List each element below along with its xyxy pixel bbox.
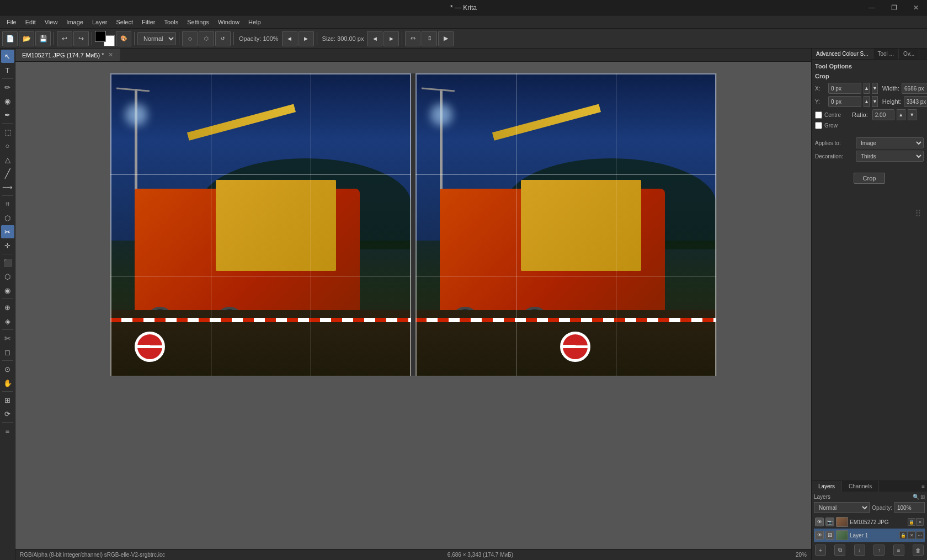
tool-smart-patch[interactable]: ◻ [1,345,14,359]
tool-move[interactable]: ✛ [1,239,14,252]
layer-opacity-input[interactable] [894,502,925,513]
layer-action-delete-1[interactable]: ✕ [908,531,915,539]
window-controls[interactable]: — ❐ ✕ [861,0,927,15]
tool-assistant[interactable]: ⊞ [1,393,14,407]
tool-eyedropper[interactable]: ✄ [1,332,14,345]
mirror-h-button[interactable]: ⇔ [405,31,420,46]
layer-action-more-1[interactable]: ⋯ [916,531,924,539]
tab-overview[interactable]: Ov... [899,49,919,59]
y-input[interactable] [828,96,861,107]
tab-close-button[interactable]: ✕ [108,51,113,58]
opacity-down-button[interactable]: ◀ [282,31,297,46]
tool-fill[interactable]: ⊕ [1,301,14,314]
menu-image[interactable]: Image [62,18,88,26]
menu-edit[interactable]: Edit [21,18,40,26]
tool-ellipse[interactable]: ○ [1,139,14,152]
play-button[interactable]: ▶ [438,31,454,46]
new-button[interactable]: 📄 [2,31,18,46]
tab-tool-options[interactable]: Tool ... [873,49,899,59]
resize-handle[interactable]: ⠿ [915,209,921,219]
foreground-color-box[interactable] [95,31,106,42]
menu-tools[interactable]: Tools [160,18,183,26]
layer-item-0[interactable]: 👁 📷 EM105272.JPG 🔒 ✕ [814,515,925,529]
decoration-select[interactable]: Thirds [856,151,924,162]
reset-button[interactable]: ↺ [215,31,231,46]
layer-item-1[interactable]: 👁 🖼 Layer 1 🔒 ✕ ⋯ [814,529,925,542]
layer-eye-0[interactable]: 👁 [815,518,824,526]
centre-checkbox[interactable] [815,111,822,119]
tool-bezier[interactable]: ⟿ [1,180,14,194]
y-spin-down[interactable]: ▼ [872,96,878,107]
layer-action-lock-1[interactable]: 🔒 [899,531,907,539]
mirror-v-button[interactable]: ⇕ [422,31,437,46]
tool-zoom[interactable]: ⊙ [1,362,14,376]
tab-advanced-colour[interactable]: Advanced Colour S... [812,49,873,59]
blend-mode-select[interactable]: Normal [137,32,176,45]
menu-view[interactable]: View [40,18,62,26]
layers-filter-icon[interactable]: ⊞ [920,494,925,500]
copy-layer-button[interactable]: ⧉ [834,545,845,556]
tool-path[interactable]: ✒ [1,108,14,121]
layer-blend-select[interactable]: Normal [814,502,870,513]
layers-search-icon[interactable]: 🔍 [913,494,919,500]
erase-button[interactable]: ◇ [182,31,198,46]
preserve-alpha-button[interactable]: ⬡ [199,31,214,46]
minimize-button[interactable]: — [861,0,883,15]
menu-settings[interactable]: Settings [183,18,214,26]
tool-measure[interactable]: ⟳ [1,407,14,420]
tool-freehand[interactable]: ✏ [1,81,14,94]
ratio-spin-down[interactable]: ▼ [908,109,917,120]
opacity-up-button[interactable]: ▶ [299,31,314,46]
crop-button[interactable]: Crop [854,173,886,184]
ratio-input[interactable] [872,109,894,120]
menu-help[interactable]: Help [244,18,265,26]
size-up-button[interactable]: ▶ [383,31,399,46]
tool-gradient[interactable]: ◈ [1,314,14,328]
tool-select[interactable]: ↖ [1,50,14,63]
channels-tab[interactable]: Channels [842,481,879,492]
x-spin-up[interactable]: ▲ [864,83,870,94]
maximize-button[interactable]: ❐ [883,0,905,15]
add-layer-button[interactable]: + [815,545,826,556]
move-layer-up-button[interactable]: ↑ [873,545,885,556]
x-spin-down[interactable]: ▼ [872,83,878,94]
menu-select[interactable]: Select [111,18,137,26]
tool-transform[interactable]: ⌗ [1,198,14,211]
redo-button[interactable]: ↪ [73,31,89,46]
tool-select-rect[interactable]: ⬛ [1,256,14,269]
menu-layer[interactable]: Layer [88,18,112,26]
layers-menu-button[interactable]: ≡ [893,545,904,556]
tool-crop[interactable]: ✂ [1,225,14,238]
close-button[interactable]: ✕ [905,0,927,15]
layers-tab-menu[interactable]: ≡ [921,483,925,489]
layers-tab[interactable]: Layers [812,481,842,492]
y-spin-up[interactable]: ▲ [864,96,870,107]
delete-layer-button[interactable]: 🗑 [913,545,924,556]
menu-filter[interactable]: Filter [137,18,159,26]
tool-contiguous-select[interactable]: ◉ [1,284,14,297]
tool-rect[interactable]: ⬚ [1,125,14,138]
layer-action-delete-0[interactable]: ✕ [916,518,924,526]
layer-action-lock-0[interactable]: 🔒 [908,518,915,526]
grow-checkbox[interactable] [815,122,822,129]
tool-warp[interactable]: ⬡ [1,211,14,225]
tool-pan[interactable]: ✋ [1,376,14,390]
width-input[interactable] [902,83,927,94]
ratio-spin-up[interactable]: ▲ [897,109,905,120]
tool-polygon[interactable]: △ [1,153,14,166]
tool-line[interactable]: ╱ [1,167,14,180]
tool-calligraphy[interactable]: ◉ [1,94,14,108]
color-settings-button[interactable]: 🎨 [116,31,131,46]
document-tab[interactable]: EM105271.JPG (174.7 МиБ) * ✕ [15,49,120,61]
layer-eye-1[interactable]: 👁 [815,531,824,540]
undo-button[interactable]: ↩ [57,31,72,46]
open-button[interactable]: 📂 [19,31,34,46]
applies-to-select[interactable]: Image [856,137,924,148]
save-button[interactable]: 💾 [35,31,51,46]
color-selector[interactable] [95,31,115,46]
canvas-wrapper[interactable] [15,62,811,549]
size-down-button[interactable]: ◀ [367,31,382,46]
tool-text[interactable]: T [1,63,14,77]
menu-window[interactable]: Window [214,18,244,26]
move-layer-down-button[interactable]: ↓ [854,545,865,556]
